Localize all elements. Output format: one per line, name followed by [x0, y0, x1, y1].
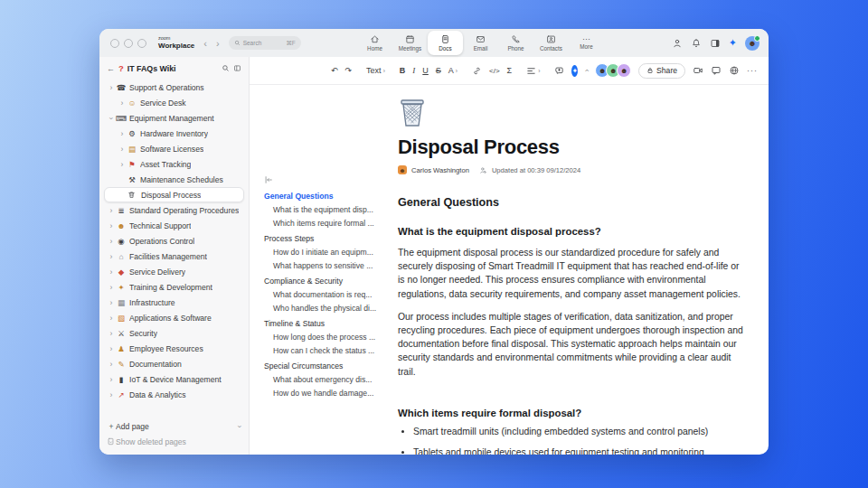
sidebar-item-employee-resources[interactable]: ›♟Employee Resources — [104, 341, 244, 356]
video-call-button[interactable] — [693, 65, 703, 76]
toc-item[interactable]: What documentation is req... — [264, 290, 382, 299]
sidebar-item-hardware-inventory[interactable]: ›⚙Hardware Inventory — [104, 126, 244, 141]
toc-item[interactable]: How long does the process ... — [264, 333, 382, 342]
tab-meetings[interactable]: Meetings — [392, 29, 428, 57]
toc-heading-process-steps[interactable]: Process Steps — [264, 234, 382, 243]
back-button[interactable]: ‹ — [203, 38, 207, 49]
text-color-dropdown[interactable]: A› — [448, 66, 458, 75]
sidebar-item-technical-support[interactable]: ›☻Technical Support — [104, 218, 244, 233]
chevron-right-icon[interactable]: › — [107, 83, 116, 92]
notifications-bell-icon[interactable] — [691, 38, 702, 49]
toc-collapse-button[interactable] — [264, 175, 382, 184]
chevron-right-icon[interactable]: › — [107, 283, 116, 292]
chat-button[interactable] — [711, 65, 722, 76]
share-button[interactable]: Share — [638, 63, 685, 79]
chevron-right-icon[interactable]: › — [107, 221, 116, 230]
more-options-button[interactable]: ··· — [747, 66, 758, 75]
ai-assist-button[interactable]: ✦ — [571, 65, 578, 77]
tab-email[interactable]: Email — [463, 29, 498, 57]
chevron-right-icon[interactable]: › — [107, 267, 116, 277]
chevron-down-icon[interactable]: › — [107, 114, 116, 123]
align-dropdown[interactable]: › — [526, 66, 540, 76]
chevron-right-icon[interactable]: › — [118, 129, 127, 138]
sidebar-item-asset-tracking[interactable]: ›⚑Asset Tracking — [104, 156, 244, 172]
toc-item[interactable]: Who handles the physical di... — [264, 304, 382, 313]
sidebar-item-facilities-management[interactable]: ›⌂Facilities Management — [104, 249, 244, 264]
document-page[interactable]: Disposal Process ☻ Carlos Washington Upd… — [387, 85, 769, 455]
chevron-right-icon[interactable]: › — [118, 99, 127, 108]
chevron-right-icon[interactable]: › — [118, 145, 127, 154]
toc-item[interactable]: How do I initiate an equipm... — [264, 248, 382, 257]
chevron-right-icon[interactable]: › — [107, 344, 116, 353]
tab-contacts[interactable]: Contacts — [533, 29, 569, 57]
toc-item[interactable]: What happens to sensitive ... — [264, 261, 382, 270]
sidebar-item-service-delivery[interactable]: ›◆Service Delivery — [104, 264, 244, 279]
toc-item[interactable]: What about emergency dis... — [264, 375, 382, 384]
undo-button[interactable]: ↶ — [331, 66, 338, 75]
sidebar-item-applications-software[interactable]: ›▧Applications & Software — [104, 310, 244, 325]
toc-item[interactable]: How do we handle damage... — [264, 389, 382, 398]
chevron-right-icon[interactable]: › — [107, 298, 116, 307]
add-page-button[interactable]: +Add page› — [104, 418, 244, 434]
toc-item[interactable]: How can I check the status ... — [264, 346, 382, 355]
tab-home[interactable]: Home — [357, 29, 392, 57]
sidebar-item-data-analytics[interactable]: ›↗Data & Analytics — [104, 387, 244, 402]
bold-button[interactable]: B — [400, 66, 406, 75]
window-minimize-button[interactable] — [124, 39, 133, 48]
strikethrough-button[interactable]: S — [436, 66, 441, 75]
chevron-right-icon[interactable]: › — [107, 237, 116, 246]
forward-button[interactable]: › — [216, 38, 220, 49]
chevron-right-icon[interactable]: › — [107, 360, 116, 369]
toc-heading-general-questions[interactable]: General Questions — [264, 192, 382, 201]
tab-more[interactable]: ··· More — [569, 29, 604, 57]
sidebar-item-infrastructure[interactable]: ›▦Infrastructure — [104, 295, 244, 310]
tab-docs[interactable]: Docs — [428, 31, 463, 55]
sidebar-item-software-licenses[interactable]: ›▤Software Licenses — [104, 141, 244, 156]
profile-icon[interactable] — [672, 38, 683, 49]
formula-button[interactable]: Σ — [507, 66, 513, 75]
user-avatar[interactable]: ☻ — [745, 36, 760, 51]
collaborator-avatar[interactable]: ☻ — [617, 63, 631, 78]
sidebar-item-standard-operating-procedures[interactable]: ›≣Standard Operating Procedures — [104, 202, 244, 218]
sidebar-item-service-desk[interactable]: ›☺Service Desk — [104, 95, 244, 110]
text-style-dropdown[interactable]: Text› — [366, 66, 385, 75]
toc-item[interactable]: Which items require formal ... — [264, 219, 382, 228]
sidebar-item-security[interactable]: ›⚔Security — [104, 325, 244, 341]
chevron-right-icon[interactable]: › — [107, 314, 116, 323]
window-zoom-button[interactable] — [137, 39, 146, 48]
chevron-right-icon[interactable]: › — [107, 390, 116, 399]
sidebar-item-training-development[interactable]: ›✦Training & Development — [104, 279, 244, 295]
redo-button[interactable]: ↷ — [345, 66, 353, 75]
toc-heading-special-circumstances[interactable]: Special Circumstances — [264, 361, 382, 371]
chevron-right-icon[interactable]: › — [107, 329, 116, 338]
toc-item[interactable]: What is the equipment disp... — [264, 205, 382, 214]
chevron-right-icon[interactable]: › — [118, 160, 127, 169]
sidebar-item-support-operations[interactable]: ›☎Support & Operations — [104, 80, 244, 95]
sidebar-item-documentation[interactable]: ›✎Documentation — [104, 356, 244, 371]
sidebar-collapse-button[interactable] — [233, 64, 241, 72]
code-button[interactable]: </> — [489, 67, 500, 75]
sidebar-item-operations-control[interactable]: ›◉Operations Control — [104, 233, 244, 249]
language-button[interactable] — [729, 65, 740, 76]
toc-heading-compliance-security[interactable]: Compliance & Security — [264, 277, 382, 286]
sidebar-item-disposal-process[interactable]: Disposal Process — [104, 187, 244, 202]
sidebar-item-iot-device-management[interactable]: ›▮IoT & Device Management — [104, 371, 244, 387]
chevron-down-icon[interactable]: › — [236, 425, 245, 427]
chevron-right-icon[interactable]: › — [107, 252, 116, 261]
sidebar-item-maintenance-schedules[interactable]: ⚒Maintenance Schedules — [104, 172, 244, 187]
sidebar-search-button[interactable] — [222, 64, 230, 72]
tab-phone[interactable]: Phone — [498, 29, 533, 57]
toc-heading-timeline-status[interactable]: Timeline & Status — [264, 319, 382, 328]
ai-companion-icon[interactable]: ✦ — [729, 37, 737, 49]
author-name[interactable]: Carlos Washington — [411, 166, 469, 174]
chevron-right-icon[interactable]: › — [107, 375, 116, 384]
panel-toggle-icon[interactable] — [710, 38, 721, 49]
chevron-right-icon[interactable]: › — [107, 206, 116, 215]
sidebar-item-equipment-management[interactable]: ›⌨Equipment Management — [104, 110, 244, 126]
collapse-toolbar-button[interactable]: › — [582, 70, 591, 72]
show-deleted-pages-button[interactable]: Show deleted pages — [104, 434, 244, 449]
global-search-input[interactable]: Search ⌘F — [229, 36, 301, 50]
underline-button[interactable]: U — [422, 66, 429, 75]
italic-button[interactable]: I — [412, 66, 415, 75]
comment-button[interactable] — [554, 66, 564, 76]
